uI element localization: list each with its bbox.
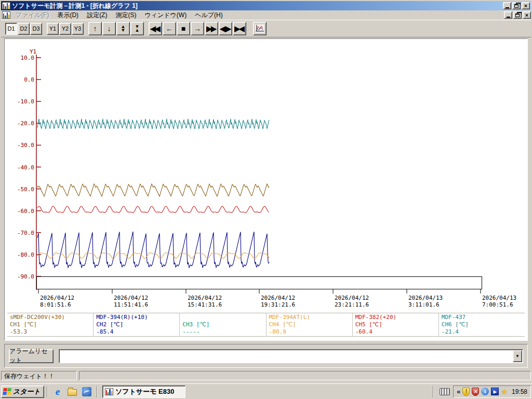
document-icon[interactable]: [2, 11, 10, 19]
ch6-value: -21.4: [442, 328, 525, 336]
menu-view[interactable]: 表示(D): [53, 10, 83, 21]
app-window-icon: [2, 2, 10, 9]
svg-text:2026/04/12: 2026/04/12: [40, 295, 74, 301]
compress-horizontal-button[interactable]: ▶◀: [233, 22, 246, 35]
graph-display-button[interactable]: [253, 22, 267, 35]
step-forward-button[interactable]: →: [191, 22, 204, 35]
ch3-value: -----: [182, 328, 265, 336]
scroll-up-button[interactable]: ↑: [88, 22, 102, 35]
svg-text:-20.0: -20.0: [17, 120, 34, 127]
menu-file[interactable]: ファイル(F): [11, 10, 53, 21]
up-arrow-icon: ↑: [94, 24, 97, 33]
menu-bar: ファイル(F) 表示(D) 設定(Z) 測定(S) ウィンドウ(W) ヘルプ(H…: [1, 10, 531, 20]
close-button[interactable]: ×: [522, 2, 530, 9]
minimize-button[interactable]: [503, 2, 511, 9]
line-chart: Y1 10.0 0.0 -10.0 -20.0 -30.0 -40.0 -50.…: [5, 39, 527, 312]
status-message: 保存ウェイト！！: [1, 371, 77, 380]
data-traces: [37, 119, 269, 268]
restore-button[interactable]: [512, 2, 521, 9]
toolbar: D1 D2 D3 Y1 Y2 Y3 ↑ ↓ ▲ ▼ ▼ ▲ ◀◀ ← ■ → ▶…: [1, 20, 531, 37]
title-bar: ソフトサーモ計測－計測1 - [折れ線グラフ 1] ×: [1, 1, 531, 10]
ch3-label: CH3 [℃]: [182, 321, 265, 328]
ch1-sensor-name: sMDF-DC200V(+30): [10, 314, 93, 321]
alarm-combobox-value[interactable]: [59, 350, 512, 363]
child-close-button[interactable]: ×: [523, 11, 531, 19]
child-minimize-button[interactable]: [504, 11, 512, 19]
task-app-icon: [105, 388, 113, 395]
ch1-label: CH1 [℃]: [10, 321, 93, 328]
ch4-sensor-name: MDF-394AT(L): [269, 314, 352, 321]
ch4-value: -80.9: [269, 328, 352, 336]
rewind-icon: ◀◀: [150, 24, 161, 33]
expand-vertical-button[interactable]: ▲ ▼: [116, 22, 130, 35]
start-button[interactable]: スタート: [1, 385, 44, 398]
graph-panel: Y1 10.0 0.0 -10.0 -20.0 -30.0 -40.0 -50.…: [4, 38, 528, 341]
rewind-button[interactable]: ◀◀: [149, 22, 162, 35]
toolbar-d1-button[interactable]: D1: [5, 23, 17, 35]
scroll-down-button[interactable]: ↓: [102, 22, 116, 35]
compress-horizontal-icon: ▶◀: [234, 24, 245, 33]
svg-text:8:01:51.6: 8:01:51.6: [40, 301, 71, 308]
system-tray: « ! ✕ i ▶ ★ 19:58: [430, 385, 531, 398]
alarm-panel: アラームリセット ▼: [4, 344, 528, 368]
legend-ch2: MDF-394(R)(+10) CH2 [℃] -85.4: [94, 313, 180, 336]
stop-button[interactable]: ■: [177, 22, 190, 35]
security-alert-shield-icon[interactable]: ✕: [472, 388, 479, 396]
x-axis-ticks: [38, 289, 481, 294]
taskbar-separator-2: [97, 386, 98, 397]
svg-text:-10.0: -10.0: [17, 98, 34, 105]
step-back-button[interactable]: ←: [163, 22, 176, 35]
svg-text:-40.0: -40.0: [17, 164, 34, 171]
menu-help[interactable]: ヘルプ(H): [191, 10, 227, 21]
task-button-softthermo[interactable]: ソフトサーモ E830: [102, 385, 185, 398]
info-balloon-icon[interactable]: i: [481, 388, 489, 395]
app-swoosh-icon[interactable]: [81, 386, 92, 397]
toolbar-d2-button[interactable]: D2: [18, 23, 30, 35]
ch5-sensor-name: MDF-382(+20): [355, 314, 438, 321]
legend-ch4: MDF-394AT(L) CH4 [℃] -80.9: [267, 313, 353, 336]
start-label: スタート: [13, 387, 41, 396]
y-axis-labels: 10.0 0.0 -10.0 -20.0 -30.0 -40.0 -50.0 -…: [17, 55, 34, 280]
expand-horizontal-button[interactable]: ◀▶: [219, 22, 232, 35]
window-title: ソフトサーモ計測－計測1 - [折れ線グラフ 1]: [12, 2, 502, 10]
menu-settings[interactable]: 設定(Z): [83, 10, 111, 21]
legend-ch5: MDF-382(+20) CH5 [℃] -60.4: [353, 313, 439, 336]
toolbar-d3-button[interactable]: D3: [30, 23, 42, 35]
down-arrow-icon: ↓: [108, 24, 111, 33]
child-restore-button[interactable]: [513, 11, 522, 19]
trace-ch5: [37, 206, 269, 212]
expand-horizontal-icon: ◀▶: [220, 24, 231, 33]
alarm-reset-button[interactable]: アラームリセット: [9, 349, 54, 363]
toolbar-y1-button[interactable]: Y1: [47, 23, 59, 35]
security-warning-shield-icon[interactable]: !: [462, 388, 470, 396]
svg-text:2026/04/13: 2026/04/13: [408, 295, 443, 301]
keyboard-icon[interactable]: [440, 388, 450, 395]
svg-text:10.0: 10.0: [21, 55, 35, 61]
trace-ch1: [37, 184, 269, 196]
stop-icon: ■: [181, 24, 185, 33]
folder-icon[interactable]: [66, 386, 78, 397]
status-bar: 保存ウェイト！！: [1, 370, 531, 381]
ch6-label: CH6 [℃]: [442, 321, 525, 328]
fast-forward-button[interactable]: ▶▶: [205, 22, 218, 35]
compress-vertical-button[interactable]: ▼ ▲: [130, 22, 144, 35]
menu-window[interactable]: ウィンドウ(W): [140, 10, 191, 21]
alarm-combobox[interactable]: ▼: [59, 349, 523, 363]
x-axis-labels: 2026/04/12 8:01:51.6 2026/04/12 11:51:41…: [40, 295, 516, 308]
svg-text:2026/04/13: 2026/04/13: [482, 295, 516, 301]
svg-text:-80.0: -80.0: [17, 251, 34, 258]
toolbar-y3-button[interactable]: Y3: [72, 23, 84, 35]
svg-text:0.0: 0.0: [24, 76, 34, 83]
svg-text:7:00:51.6: 7:00:51.6: [482, 301, 513, 308]
chevron-down-icon: ▼: [515, 354, 520, 358]
star-icon[interactable]: ★: [501, 388, 508, 396]
internet-explorer-icon[interactable]: e: [52, 386, 63, 397]
media-play-icon[interactable]: ▶: [491, 388, 499, 395]
trace-ch6: [37, 119, 269, 129]
chevron-icon[interactable]: «: [457, 388, 460, 395]
status-extra: [79, 371, 531, 380]
toolbar-y2-button[interactable]: Y2: [59, 23, 71, 35]
combobox-dropdown-button[interactable]: ▼: [513, 350, 522, 362]
menu-measure[interactable]: 測定(S): [111, 10, 140, 21]
ch5-value: -60.4: [355, 328, 438, 336]
